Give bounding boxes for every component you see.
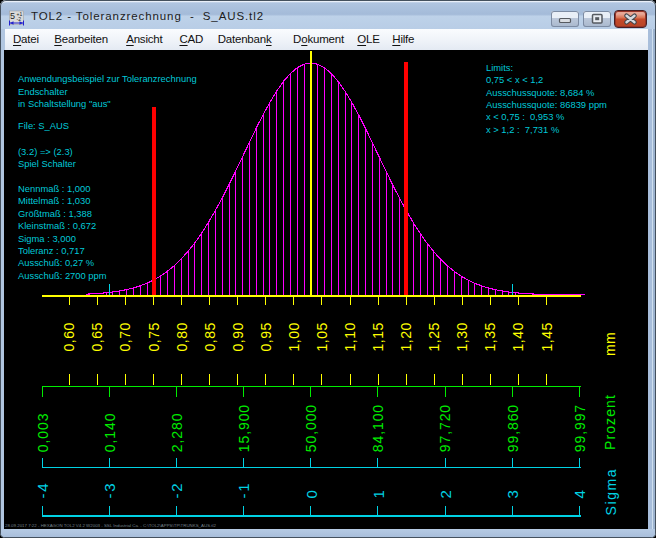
svg-text:Ausschuß: 2700 ppm: Ausschuß: 2700 ppm <box>18 270 107 281</box>
svg-text:28.09.2017 7:22 - HEXAGON TOL2: 28.09.2017 7:22 - HEXAGON TOL2 V4.2 W200… <box>5 523 216 528</box>
svg-text:1,10: 1,10 <box>342 322 358 351</box>
svg-text:15,900: 15,900 <box>236 404 252 452</box>
svg-text:99,860: 99,860 <box>505 404 521 452</box>
svg-text:in Schaltstellung "aus": in Schaltstellung "aus" <box>18 98 111 109</box>
svg-text:0,75: 0,75 <box>146 322 162 351</box>
svg-text:0,80: 0,80 <box>174 322 190 351</box>
svg-text:File: S_AUS: File: S_AUS <box>18 120 69 131</box>
svg-text:97,720: 97,720 <box>437 404 453 452</box>
svg-text:0,70: 0,70 <box>117 322 133 351</box>
svg-text:0,003: 0,003 <box>35 413 51 453</box>
svg-text:-3: -3 <box>101 482 118 499</box>
svg-text:Mittelmaß : 1,030: Mittelmaß : 1,030 <box>18 195 90 206</box>
svg-text:0,140: 0,140 <box>102 413 118 453</box>
svg-text:0,75 < x < 1,2: 0,75 < x < 1,2 <box>486 74 543 85</box>
svg-text:Limits:: Limits: <box>486 62 513 73</box>
svg-text:-1: -1 <box>235 482 252 499</box>
svg-text:Sigma: Sigma <box>603 468 619 516</box>
svg-text:0,85: 0,85 <box>202 322 218 351</box>
svg-text:1,05: 1,05 <box>314 322 330 351</box>
svg-text:1,15: 1,15 <box>370 322 386 351</box>
svg-text:Ausschuß: 0,27 %: Ausschuß: 0,27 % <box>18 257 94 268</box>
svg-text:x > 1,2 : 7,731 %: x > 1,2 : 7,731 % <box>486 124 559 135</box>
svg-text:1,20: 1,20 <box>398 322 414 351</box>
svg-text:mm: mm <box>602 332 618 356</box>
svg-text:1,30: 1,30 <box>454 322 470 351</box>
svg-text:84,100: 84,100 <box>370 404 386 452</box>
svg-text:Nennmaß : 1,000: Nennmaß : 1,000 <box>18 183 90 194</box>
svg-text:1,00: 1,00 <box>286 322 302 351</box>
svg-text:2,280: 2,280 <box>169 413 185 453</box>
svg-text:-4: -4 <box>34 482 51 499</box>
svg-text:3: 3 <box>504 488 521 498</box>
svg-text:Ausschussquote: 86839 ppm: Ausschussquote: 86839 ppm <box>486 99 607 110</box>
svg-text:Sigma : 3,000: Sigma : 3,000 <box>18 233 76 244</box>
svg-text:(3.2) => (2.3): (3.2) => (2.3) <box>18 146 73 157</box>
svg-text:5: 5 <box>10 11 15 21</box>
svg-text:Ausschussquote: 8,684 %: Ausschussquote: 8,684 % <box>486 87 594 98</box>
svg-text:0,60: 0,60 <box>61 322 77 351</box>
svg-text:0,90: 0,90 <box>230 322 246 351</box>
svg-text:1: 1 <box>370 488 387 498</box>
svg-text:-2: -2 <box>168 482 185 499</box>
svg-text:-2: -2 <box>17 16 22 22</box>
svg-text:Anwendungsbeispiel zur Toleran: Anwendungsbeispiel zur Toleranzrechnung <box>18 73 197 84</box>
svg-text:0,95: 0,95 <box>258 322 274 351</box>
svg-text:4: 4 <box>571 488 588 498</box>
svg-text:99,997: 99,997 <box>572 404 588 452</box>
svg-text:Prozent: Prozent <box>602 394 618 450</box>
svg-text:Endschalter: Endschalter <box>18 86 68 97</box>
svg-text:1,35: 1,35 <box>482 322 498 351</box>
svg-text:Toleranz : 0,717: Toleranz : 0,717 <box>18 245 85 256</box>
svg-text:0: 0 <box>303 488 320 498</box>
svg-text:Spiel Schalter: Spiel Schalter <box>18 158 76 169</box>
svg-text:Kleinstmaß : 0,672: Kleinstmaß : 0,672 <box>18 220 96 231</box>
svg-text:1,45: 1,45 <box>539 322 555 351</box>
svg-text:2: 2 <box>437 488 454 498</box>
svg-text:1,25: 1,25 <box>426 322 442 351</box>
svg-text:0,65: 0,65 <box>89 322 105 351</box>
svg-text:Größtmaß : 1,388: Größtmaß : 1,388 <box>18 208 92 219</box>
svg-text:1,40: 1,40 <box>510 322 526 351</box>
svg-text:x < 0,75 : 0,953 %: x < 0,75 : 0,953 % <box>486 111 564 122</box>
svg-text:50,000: 50,000 <box>303 404 319 452</box>
